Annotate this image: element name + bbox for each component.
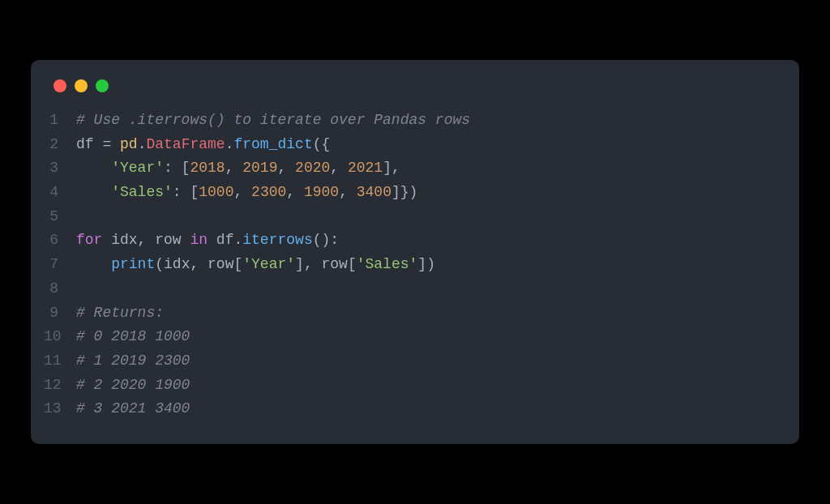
code-token: 'Year' <box>242 256 295 272</box>
code-token: 1000 <box>199 184 233 200</box>
line-content: df = pd.DataFrame.from_dict({ <box>76 133 330 157</box>
code-line: 4 'Sales': [1000, 2300, 1900, 3400]}) <box>44 181 780 205</box>
line-number: 13 <box>44 397 76 421</box>
code-token: # 0 2018 1000 <box>76 328 190 344</box>
code-area: 1# Use .iterrows() to iterate over Panda… <box>31 109 799 421</box>
code-token: . <box>225 136 234 152</box>
maximize-icon[interactable] <box>96 79 109 92</box>
line-content: print(idx, row['Year'], row['Sales']) <box>76 253 435 277</box>
code-token: 'Year' <box>111 160 164 176</box>
code-token: 'Sales' <box>357 256 418 272</box>
code-token: from_dict <box>233 136 312 152</box>
line-content: # 0 2018 1000 <box>76 325 190 349</box>
code-token: 2021 <box>348 160 383 176</box>
line-number: 3 <box>44 156 76 181</box>
code-token: = <box>102 136 120 152</box>
code-token: 2300 <box>251 184 286 200</box>
line-number: 11 <box>44 349 76 374</box>
code-token: df. <box>208 232 242 248</box>
code-token: # Use .iterrows() to iterate over Pandas… <box>76 112 470 128</box>
line-number: 1 <box>44 109 76 133</box>
code-token: 1900 <box>304 184 339 200</box>
code-token: : [ <box>173 184 199 200</box>
line-number: 7 <box>44 253 76 277</box>
code-token: pd <box>120 136 138 152</box>
code-line: 6for idx, row in df.iterrows(): <box>44 229 780 253</box>
code-line: 13# 3 2021 3400 <box>44 397 780 421</box>
line-number: 8 <box>44 277 76 301</box>
line-number: 10 <box>44 325 76 349</box>
code-token: (idx, row[ <box>155 256 242 272</box>
code-token: iterrows <box>242 232 312 248</box>
code-token: , <box>225 160 243 176</box>
line-number: 5 <box>44 205 76 229</box>
code-token: # 2 2020 1900 <box>76 377 190 393</box>
code-token: 2019 <box>242 160 277 176</box>
line-number: 2 <box>44 133 76 157</box>
line-content: # 1 2019 2300 <box>76 349 190 374</box>
code-line: 9# Returns: <box>44 301 780 326</box>
line-content: # Use .iterrows() to iterate over Pandas… <box>76 109 470 133</box>
minimize-icon[interactable] <box>75 79 88 92</box>
code-line: 1# Use .iterrows() to iterate over Panda… <box>44 109 780 133</box>
line-number: 6 <box>44 229 76 253</box>
code-token: , <box>286 184 304 200</box>
code-token: in <box>190 232 208 248</box>
code-token: , <box>339 184 357 200</box>
code-line: 5 <box>44 205 780 229</box>
code-token: , <box>330 160 348 176</box>
code-token: # 1 2019 2300 <box>76 352 190 369</box>
line-content: # 2 2020 1900 <box>76 374 190 398</box>
code-window: 1# Use .iterrows() to iterate over Panda… <box>31 60 799 444</box>
code-line: 11# 1 2019 2300 <box>44 349 780 374</box>
code-token: DataFrame <box>146 136 225 152</box>
code-token: : [ <box>164 160 190 176</box>
code-line: 7 print(idx, row['Year'], row['Sales']) <box>44 253 780 277</box>
line-number: 4 <box>44 181 76 205</box>
close-icon[interactable] <box>53 79 66 92</box>
code-token: 3400 <box>357 184 391 200</box>
code-line: 10# 0 2018 1000 <box>44 325 780 349</box>
line-number: 9 <box>44 301 76 326</box>
code-line: 3 'Year': [2018, 2019, 2020, 2021], <box>44 156 780 181</box>
code-token: (): <box>313 232 339 248</box>
code-token: 2020 <box>295 160 330 176</box>
code-token: , <box>277 160 295 176</box>
code-line: 12# 2 2020 1900 <box>44 374 780 398</box>
code-token: . <box>138 136 147 152</box>
code-token: 'Sales' <box>111 184 173 200</box>
code-token: print <box>111 256 155 272</box>
code-line: 2df = pd.DataFrame.from_dict({ <box>44 133 780 157</box>
code-token: ]) <box>417 256 435 272</box>
code-token: ], row[ <box>295 256 357 272</box>
code-token <box>76 160 111 176</box>
code-token: ], <box>383 160 400 176</box>
code-token: # 3 2021 3400 <box>76 400 190 416</box>
line-content: # 3 2021 3400 <box>76 397 190 421</box>
line-content: 'Sales': [1000, 2300, 1900, 3400]}) <box>76 181 417 205</box>
code-token: df <box>76 136 102 152</box>
code-token: idx, row <box>102 232 190 248</box>
code-line: 8 <box>44 277 780 301</box>
line-content: 'Year': [2018, 2019, 2020, 2021], <box>76 156 400 181</box>
window-titlebar <box>31 60 799 109</box>
line-content: # Returns: <box>76 301 164 326</box>
code-token <box>76 256 111 272</box>
code-token: , <box>233 184 251 200</box>
code-token: ({ <box>313 136 331 152</box>
code-token: ]}) <box>391 184 417 200</box>
line-number: 12 <box>44 374 76 398</box>
code-token: # Returns: <box>76 305 164 321</box>
code-token <box>76 184 111 200</box>
code-token: for <box>76 232 102 248</box>
code-token: 2018 <box>190 160 225 176</box>
line-content: for idx, row in df.iterrows(): <box>76 229 339 253</box>
